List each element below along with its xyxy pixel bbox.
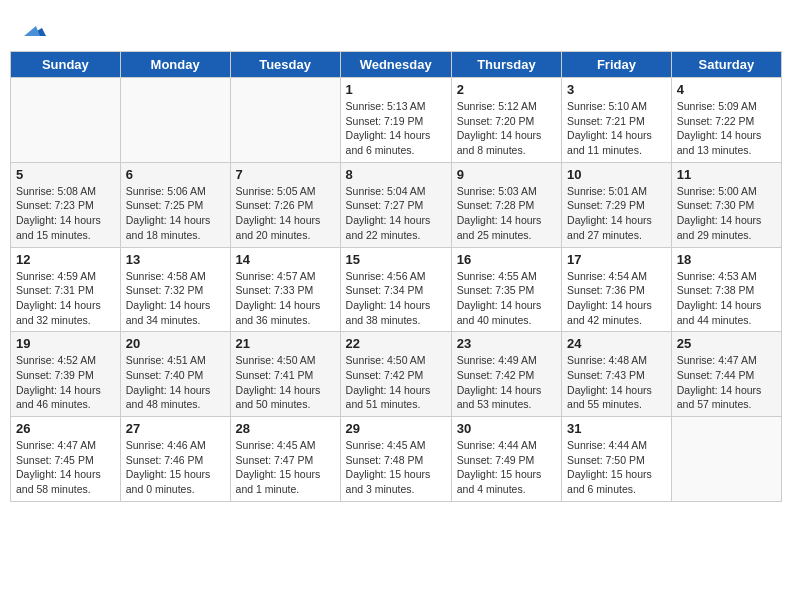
day-detail: Sunrise: 4:57 AMSunset: 7:33 PMDaylight:… — [236, 269, 335, 328]
calendar-week-3: 12Sunrise: 4:59 AMSunset: 7:31 PMDayligh… — [11, 247, 782, 332]
header-tuesday: Tuesday — [230, 52, 340, 78]
calendar-cell: 5Sunrise: 5:08 AMSunset: 7:23 PMDaylight… — [11, 162, 121, 247]
day-number: 18 — [677, 252, 776, 267]
day-detail: Sunrise: 5:12 AMSunset: 7:20 PMDaylight:… — [457, 99, 556, 158]
day-detail: Sunrise: 4:56 AMSunset: 7:34 PMDaylight:… — [346, 269, 446, 328]
header-saturday: Saturday — [671, 52, 781, 78]
day-detail: Sunrise: 4:59 AMSunset: 7:31 PMDaylight:… — [16, 269, 115, 328]
calendar-cell: 24Sunrise: 4:48 AMSunset: 7:43 PMDayligh… — [562, 332, 672, 417]
calendar-cell: 1Sunrise: 5:13 AMSunset: 7:19 PMDaylight… — [340, 78, 451, 163]
day-number: 14 — [236, 252, 335, 267]
day-detail: Sunrise: 4:45 AMSunset: 7:48 PMDaylight:… — [346, 438, 446, 497]
calendar-cell: 16Sunrise: 4:55 AMSunset: 7:35 PMDayligh… — [451, 247, 561, 332]
day-number: 12 — [16, 252, 115, 267]
day-detail: Sunrise: 5:03 AMSunset: 7:28 PMDaylight:… — [457, 184, 556, 243]
day-detail: Sunrise: 4:48 AMSunset: 7:43 PMDaylight:… — [567, 353, 666, 412]
day-number: 9 — [457, 167, 556, 182]
calendar-cell: 14Sunrise: 4:57 AMSunset: 7:33 PMDayligh… — [230, 247, 340, 332]
calendar-cell: 11Sunrise: 5:00 AMSunset: 7:30 PMDayligh… — [671, 162, 781, 247]
calendar-cell: 28Sunrise: 4:45 AMSunset: 7:47 PMDayligh… — [230, 417, 340, 502]
day-detail: Sunrise: 4:52 AMSunset: 7:39 PMDaylight:… — [16, 353, 115, 412]
calendar-cell: 20Sunrise: 4:51 AMSunset: 7:40 PMDayligh… — [120, 332, 230, 417]
day-number: 5 — [16, 167, 115, 182]
day-number: 4 — [677, 82, 776, 97]
day-detail: Sunrise: 4:45 AMSunset: 7:47 PMDaylight:… — [236, 438, 335, 497]
calendar-cell: 10Sunrise: 5:01 AMSunset: 7:29 PMDayligh… — [562, 162, 672, 247]
calendar-week-4: 19Sunrise: 4:52 AMSunset: 7:39 PMDayligh… — [11, 332, 782, 417]
day-number: 31 — [567, 421, 666, 436]
day-detail: Sunrise: 5:13 AMSunset: 7:19 PMDaylight:… — [346, 99, 446, 158]
day-detail: Sunrise: 4:46 AMSunset: 7:46 PMDaylight:… — [126, 438, 225, 497]
day-detail: Sunrise: 4:50 AMSunset: 7:42 PMDaylight:… — [346, 353, 446, 412]
calendar-cell: 12Sunrise: 4:59 AMSunset: 7:31 PMDayligh… — [11, 247, 121, 332]
day-number: 16 — [457, 252, 556, 267]
calendar-cell: 18Sunrise: 4:53 AMSunset: 7:38 PMDayligh… — [671, 247, 781, 332]
calendar-cell: 9Sunrise: 5:03 AMSunset: 7:28 PMDaylight… — [451, 162, 561, 247]
calendar-cell: 25Sunrise: 4:47 AMSunset: 7:44 PMDayligh… — [671, 332, 781, 417]
day-detail: Sunrise: 5:00 AMSunset: 7:30 PMDaylight:… — [677, 184, 776, 243]
day-number: 13 — [126, 252, 225, 267]
day-number: 8 — [346, 167, 446, 182]
calendar-cell: 17Sunrise: 4:54 AMSunset: 7:36 PMDayligh… — [562, 247, 672, 332]
calendar-week-1: 1Sunrise: 5:13 AMSunset: 7:19 PMDaylight… — [11, 78, 782, 163]
calendar-table: SundayMondayTuesdayWednesdayThursdayFrid… — [10, 51, 782, 502]
day-number: 11 — [677, 167, 776, 182]
day-number: 25 — [677, 336, 776, 351]
logo — [20, 18, 46, 40]
calendar-cell: 22Sunrise: 4:50 AMSunset: 7:42 PMDayligh… — [340, 332, 451, 417]
day-number: 3 — [567, 82, 666, 97]
day-detail: Sunrise: 5:10 AMSunset: 7:21 PMDaylight:… — [567, 99, 666, 158]
day-detail: Sunrise: 4:44 AMSunset: 7:50 PMDaylight:… — [567, 438, 666, 497]
calendar-week-5: 26Sunrise: 4:47 AMSunset: 7:45 PMDayligh… — [11, 417, 782, 502]
day-number: 1 — [346, 82, 446, 97]
calendar-cell: 31Sunrise: 4:44 AMSunset: 7:50 PMDayligh… — [562, 417, 672, 502]
day-detail: Sunrise: 4:58 AMSunset: 7:32 PMDaylight:… — [126, 269, 225, 328]
calendar-cell: 15Sunrise: 4:56 AMSunset: 7:34 PMDayligh… — [340, 247, 451, 332]
calendar-cell — [230, 78, 340, 163]
header-wednesday: Wednesday — [340, 52, 451, 78]
calendar-cell: 19Sunrise: 4:52 AMSunset: 7:39 PMDayligh… — [11, 332, 121, 417]
day-detail: Sunrise: 4:51 AMSunset: 7:40 PMDaylight:… — [126, 353, 225, 412]
day-detail: Sunrise: 4:47 AMSunset: 7:45 PMDaylight:… — [16, 438, 115, 497]
day-detail: Sunrise: 5:01 AMSunset: 7:29 PMDaylight:… — [567, 184, 666, 243]
day-number: 21 — [236, 336, 335, 351]
calendar-header-row: SundayMondayTuesdayWednesdayThursdayFrid… — [11, 52, 782, 78]
day-number: 7 — [236, 167, 335, 182]
day-number: 2 — [457, 82, 556, 97]
calendar-cell: 23Sunrise: 4:49 AMSunset: 7:42 PMDayligh… — [451, 332, 561, 417]
day-number: 24 — [567, 336, 666, 351]
day-detail: Sunrise: 5:06 AMSunset: 7:25 PMDaylight:… — [126, 184, 225, 243]
calendar-cell: 21Sunrise: 4:50 AMSunset: 7:41 PMDayligh… — [230, 332, 340, 417]
calendar-cell: 27Sunrise: 4:46 AMSunset: 7:46 PMDayligh… — [120, 417, 230, 502]
header — [10, 10, 782, 45]
day-detail: Sunrise: 4:49 AMSunset: 7:42 PMDaylight:… — [457, 353, 556, 412]
day-number: 26 — [16, 421, 115, 436]
calendar-cell: 4Sunrise: 5:09 AMSunset: 7:22 PMDaylight… — [671, 78, 781, 163]
calendar-cell — [120, 78, 230, 163]
day-detail: Sunrise: 4:53 AMSunset: 7:38 PMDaylight:… — [677, 269, 776, 328]
calendar-cell: 30Sunrise: 4:44 AMSunset: 7:49 PMDayligh… — [451, 417, 561, 502]
day-number: 30 — [457, 421, 556, 436]
day-detail: Sunrise: 4:55 AMSunset: 7:35 PMDaylight:… — [457, 269, 556, 328]
calendar-cell: 2Sunrise: 5:12 AMSunset: 7:20 PMDaylight… — [451, 78, 561, 163]
calendar-cell: 3Sunrise: 5:10 AMSunset: 7:21 PMDaylight… — [562, 78, 672, 163]
calendar-week-2: 5Sunrise: 5:08 AMSunset: 7:23 PMDaylight… — [11, 162, 782, 247]
day-detail: Sunrise: 5:05 AMSunset: 7:26 PMDaylight:… — [236, 184, 335, 243]
logo-icon — [24, 18, 46, 40]
header-friday: Friday — [562, 52, 672, 78]
calendar-cell: 13Sunrise: 4:58 AMSunset: 7:32 PMDayligh… — [120, 247, 230, 332]
calendar-cell: 8Sunrise: 5:04 AMSunset: 7:27 PMDaylight… — [340, 162, 451, 247]
day-number: 10 — [567, 167, 666, 182]
calendar-cell — [11, 78, 121, 163]
day-number: 19 — [16, 336, 115, 351]
header-monday: Monday — [120, 52, 230, 78]
day-detail: Sunrise: 4:47 AMSunset: 7:44 PMDaylight:… — [677, 353, 776, 412]
calendar-cell: 7Sunrise: 5:05 AMSunset: 7:26 PMDaylight… — [230, 162, 340, 247]
day-number: 28 — [236, 421, 335, 436]
calendar-cell: 26Sunrise: 4:47 AMSunset: 7:45 PMDayligh… — [11, 417, 121, 502]
calendar-cell: 29Sunrise: 4:45 AMSunset: 7:48 PMDayligh… — [340, 417, 451, 502]
svg-marker-1 — [24, 26, 40, 36]
day-number: 15 — [346, 252, 446, 267]
day-detail: Sunrise: 5:04 AMSunset: 7:27 PMDaylight:… — [346, 184, 446, 243]
day-number: 20 — [126, 336, 225, 351]
